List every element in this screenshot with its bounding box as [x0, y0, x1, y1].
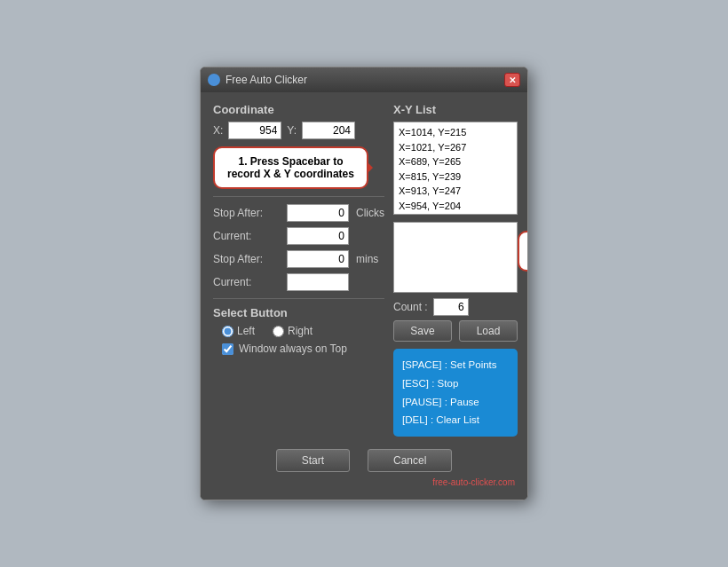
- current-mins-row: Current:: [213, 273, 384, 291]
- stop-after-clicks-row: Stop After: Clicks: [213, 204, 384, 222]
- callout-wrapper: The specific click points displayed: [526, 231, 528, 272]
- y-label: Y:: [287, 124, 297, 137]
- callout-spacebar-line1: 1. Press Spacebar to: [226, 155, 356, 168]
- radio-left-input[interactable]: [222, 326, 233, 337]
- count-label: Count :: [393, 301, 428, 313]
- save-load-row: Save Load: [393, 320, 518, 342]
- coordinate-row: X: Y:: [213, 122, 384, 139]
- current-clicks-label: Current:: [213, 230, 280, 242]
- radio-right-input[interactable]: [273, 326, 284, 337]
- divider1: [213, 196, 384, 197]
- xy-list-box: X=1014, Y=215 X=1021, Y=267 X=689, Y=265…: [393, 122, 518, 215]
- main-window: Free Auto Clicker ✕ Coordinate X: Y: 1. …: [200, 67, 528, 500]
- window-top-checkbox[interactable]: [222, 343, 233, 355]
- hotkey-space: [SPACE] : Set Points: [402, 356, 509, 374]
- radio-left-label: Left: [237, 325, 255, 337]
- y-input[interactable]: [302, 122, 355, 139]
- count-input[interactable]: [433, 298, 469, 316]
- xy-entry-4: X=913, Y=247: [399, 184, 512, 199]
- x-input[interactable]: [228, 122, 281, 139]
- content-area: Coordinate X: Y: 1. Press Spacebar to re…: [201, 92, 527, 500]
- coordinate-section-label: Coordinate: [213, 103, 384, 116]
- mins-unit: mins: [356, 253, 378, 265]
- current-mins-input[interactable]: [287, 273, 349, 291]
- xy-entry-2: X=689, Y=265: [399, 154, 512, 169]
- xy-entry-3: X=815, Y=239: [399, 169, 512, 185]
- right-column: X-Y List X=1014, Y=215 X=1021, Y=267 X=6…: [393, 103, 518, 437]
- callout-spacebar: 1. Press Spacebar to record X & Y coordi…: [213, 146, 368, 189]
- stop-after-clicks-label: Stop After:: [213, 207, 280, 219]
- hotkeys-box: [SPACE] : Set Points [ESC] : Stop [PAUSE…: [393, 349, 518, 437]
- load-button[interactable]: Load: [459, 320, 518, 342]
- callout-clicks: The specific click points displayed: [518, 231, 528, 272]
- xy-entry-1: X=1021, Y=267: [399, 140, 512, 155]
- clicks-area: The specific click points displayed: [393, 222, 518, 293]
- x-label: X:: [213, 124, 223, 137]
- stop-after-mins-row: Stop After: mins: [213, 250, 384, 268]
- title-bar: Free Auto Clicker ✕: [201, 67, 527, 92]
- checkbox-row: Window always on Top: [213, 343, 384, 355]
- stop-after-mins-input[interactable]: [287, 250, 349, 268]
- xy-entry-5: X=954, Y=204: [399, 199, 512, 214]
- xy-list-section-label: X-Y List: [393, 103, 518, 116]
- stop-after-clicks-input[interactable]: [287, 204, 349, 222]
- save-button[interactable]: Save: [393, 320, 452, 342]
- select-button-section: Select Button Left Right Window: [213, 306, 384, 355]
- stop-after-mins-label: Stop After:: [213, 253, 280, 265]
- radio-right[interactable]: Right: [273, 325, 313, 337]
- hotkey-pause: [PAUSE] : Pause: [402, 393, 509, 412]
- title-bar-left: Free Auto Clicker: [208, 74, 307, 86]
- clicks-box: [393, 222, 518, 293]
- close-button[interactable]: ✕: [504, 73, 520, 87]
- hotkey-del: [DEL] : Clear List: [402, 411, 509, 429]
- window-title: Free Auto Clicker: [226, 74, 307, 86]
- footer-link[interactable]: free-auto-clicker.com: [213, 477, 515, 489]
- clicks-unit: Clicks: [356, 207, 384, 219]
- hotkey-esc: [ESC] : Stop: [402, 374, 509, 393]
- left-column: Coordinate X: Y: 1. Press Spacebar to re…: [213, 103, 384, 437]
- radio-right-label: Right: [288, 325, 313, 337]
- right-middle-section: The specific click points displayed: [393, 222, 518, 293]
- bottom-buttons: Start Cancel: [213, 449, 515, 472]
- current-clicks-input[interactable]: [287, 227, 349, 245]
- start-button[interactable]: Start: [276, 449, 350, 472]
- count-row: Count :: [393, 298, 518, 316]
- radio-left[interactable]: Left: [222, 325, 255, 337]
- app-icon: [208, 74, 220, 86]
- callout-spacebar-line2: record X & Y coordinates: [226, 168, 356, 180]
- divider2: [213, 298, 384, 299]
- cancel-button[interactable]: Cancel: [368, 449, 452, 472]
- current-mins-label: Current:: [213, 276, 280, 288]
- current-clicks-row: Current:: [213, 227, 384, 245]
- xy-entry-0: X=1014, Y=215: [399, 125, 512, 140]
- window-top-label: Window always on Top: [239, 343, 347, 355]
- main-layout: Coordinate X: Y: 1. Press Spacebar to re…: [213, 103, 515, 437]
- radio-row: Left Right: [213, 325, 384, 337]
- select-button-label: Select Button: [213, 306, 384, 319]
